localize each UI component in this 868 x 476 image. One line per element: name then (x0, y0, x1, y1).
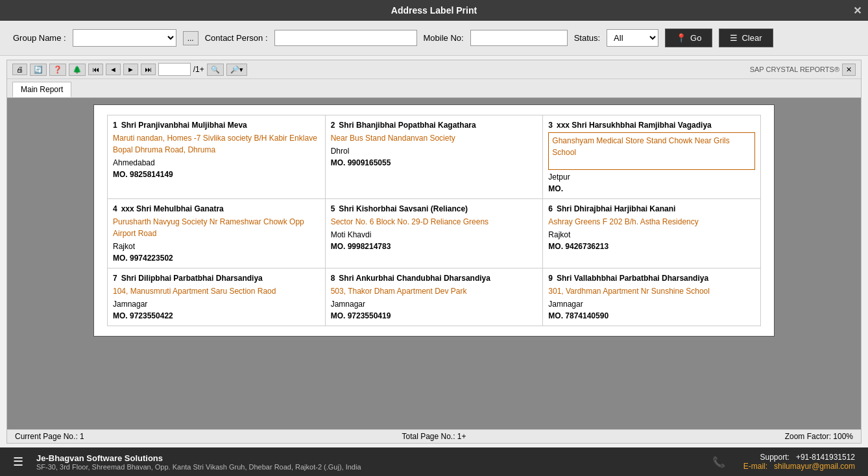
label-num-2: 2 (331, 121, 335, 130)
support-phone: +91-8141931512 (796, 453, 855, 462)
label-city-3: Jetpur (548, 173, 755, 182)
label-city-7: Jamnagar (113, 300, 320, 309)
label-address-5: Sector No. 6 Block No. 29-D Reliance Gre… (331, 216, 538, 228)
footer-support: Support: +91-8141931512 E-mail: shilumay… (743, 453, 855, 471)
label-num-9: 9 (548, 274, 553, 283)
crystal-close-button[interactable]: ✕ (842, 64, 856, 76)
clear-label: Clear (741, 33, 762, 43)
group-icon: 🌲 (73, 65, 82, 73)
label-city-6: Rajkot (548, 230, 755, 239)
crystal-toolbar: 🖨 🔄 ❓ 🌲 ⏮ ◄ ► ⏭ 1 /1+ 🔍 🔎▾ SAP CRYSTAL R… (7, 60, 861, 79)
zoom-icon: 🔎▾ (230, 65, 243, 73)
label-mobile-7: MO. 9723550422 (113, 311, 320, 320)
tab-bar: Main Report (7, 79, 861, 98)
next-page-button[interactable]: ► (123, 64, 138, 75)
label-num-1: 1 (113, 121, 117, 130)
current-page-status: Current Page No.: 1 (15, 432, 295, 441)
support-label: Support: (760, 453, 790, 462)
support-email-line: E-mail: shilumayur@gmail.com (743, 462, 855, 471)
label-mobile-2: MO. 9909165055 (331, 158, 538, 167)
label-name-3: xxx Shri Harsukhbhai Ramjibhai Vagadiya (557, 121, 712, 130)
page-of-label: /1+ (193, 65, 204, 74)
label-address-3: Ghanshyam Medical Store Stand Chowk Near… (552, 135, 751, 158)
go-button[interactable]: 📍 Go (665, 29, 712, 47)
zoom-factor-status: Zoom Factor: 100% (573, 432, 853, 441)
contact-person-label: Contact Person : (205, 33, 268, 43)
label-num-4: 4 (113, 204, 117, 213)
status-label: Status: (574, 33, 600, 43)
sap-crystal-label: SAP CRYSTAL REPORTS® (750, 65, 839, 73)
label-mobile-8: MO. 9723550419 (331, 311, 538, 320)
label-table: 1 Shri Pranjivanbhai Muljibhai Meva Maru… (107, 115, 761, 326)
table-row: 1 Shri Pranjivanbhai Muljibhai Meva Maru… (108, 115, 761, 199)
label-name-6: Shri Dhirajbhai Harjibhai Kanani (557, 204, 675, 213)
label-mobile-3: MO. (548, 184, 755, 193)
label-mobile-1: MO. 9825814149 (113, 170, 320, 179)
report-content[interactable]: 1 Shri Pranjivanbhai Muljibhai Meva Maru… (7, 98, 861, 429)
group-name-input[interactable] (73, 29, 176, 47)
refresh-icon: 🔄 (34, 65, 43, 73)
company-address: SF-30, 3rd Floor, Shreemad Bhavan, Opp. … (36, 463, 699, 471)
company-name: Je-Bhagvan Software Solutions (36, 453, 699, 463)
label-name-1: Shri Pranjivanbhai Muljibhai Meva (121, 121, 247, 130)
label-address-6: Ashray Greens F 202 B/h. Astha Residency (548, 216, 755, 228)
footer: ☰ Je-Bhagvan Software Solutions SF-30, 3… (0, 447, 868, 476)
app-title: Address Label Print (391, 5, 477, 16)
print-icon: 🖨 (16, 65, 23, 73)
label-name-7: Shri Dilipbhai Parbatbhai Dharsandiya (121, 274, 263, 283)
support-phone-line: Support: +91-8141931512 (743, 453, 855, 462)
footer-menu-icon[interactable]: ☰ (13, 455, 23, 469)
location-icon: 📍 (676, 33, 686, 43)
label-cell-5: 5 Shri Kishorbhai Savsani (Reliance) Sec… (325, 199, 543, 268)
refresh-button[interactable]: 🔄 (30, 64, 47, 76)
print-button[interactable]: 🖨 (12, 64, 27, 75)
mobile-no-input[interactable] (470, 30, 568, 46)
label-cell-7: 7 Shri Dilipbhai Parbatbhai Dharsandiya … (108, 268, 326, 326)
status-select[interactable]: All (607, 29, 658, 47)
table-row: 4 xxx Shri Mehulbhai Ganatra Purusharth … (108, 199, 761, 268)
binoculars-icon: 🔍 (211, 65, 220, 73)
go-label: Go (690, 33, 701, 43)
clear-button[interactable]: ☰ Clear (719, 29, 773, 47)
label-mobile-4: MO. 9974223502 (113, 254, 320, 263)
first-page-button[interactable]: ⏮ (88, 64, 103, 75)
group-tree-button[interactable]: 🌲 (69, 64, 86, 76)
zoom-button[interactable]: 🔎▾ (226, 64, 247, 76)
tree-icon: ❓ (53, 65, 62, 73)
label-address-1: Maruti nandan, Homes -7 Sivlika society … (113, 132, 320, 156)
label-mobile-5: MO. 9998214783 (331, 242, 538, 251)
tab-main-report[interactable]: Main Report (12, 82, 71, 97)
label-num-5: 5 (331, 204, 335, 213)
label-mobile-9: MO. 7874140590 (548, 311, 755, 320)
close-icon[interactable]: ✕ (853, 5, 862, 17)
toggle-tree-button[interactable]: ❓ (49, 64, 66, 76)
label-city-9: Jamnagar (548, 300, 755, 309)
label-num-3: 3 (548, 121, 553, 130)
table-row: 7 Shri Dilipbhai Parbatbhai Dharsandiya … (108, 268, 761, 326)
status-bar: Current Page No.: 1 Total Page No.: 1+ Z… (7, 429, 861, 443)
phone-icon: 📞 (712, 456, 725, 468)
email-label: E-mail: (743, 462, 767, 471)
label-mobile-6: MO. 9426736213 (548, 242, 755, 251)
page-input[interactable]: 1 (158, 63, 191, 76)
label-num-8: 8 (331, 274, 335, 283)
report-page: 1 Shri Pranjivanbhai Muljibhai Meva Maru… (93, 104, 775, 337)
label-name-5: Shri Kishorbhai Savsani (Reliance) (339, 204, 468, 213)
grid-icon: ☰ (730, 33, 738, 43)
total-page-status: Total Page No.: 1+ (295, 432, 574, 441)
label-num-6: 6 (548, 204, 553, 213)
mobile-no-label: Mobile No: (424, 33, 464, 43)
label-city-8: Jamnagar (331, 300, 538, 309)
contact-person-input[interactable] (274, 30, 417, 46)
last-page-button[interactable]: ⏭ (141, 64, 156, 75)
label-city-2: Dhrol (331, 147, 538, 156)
ellipsis-button[interactable]: ... (183, 31, 199, 45)
search-button[interactable]: 🔍 (207, 64, 224, 76)
label-address-7: 104, Manusmruti Apartment Saru Section R… (113, 285, 320, 297)
label-cell-9: 9 Shri Vallabhbhai Parbatbhai Dharsandiy… (543, 268, 761, 326)
label-name-4: xxx Shri Mehulbhai Ganatra (121, 204, 224, 213)
label-cell-4: 4 xxx Shri Mehulbhai Ganatra Purusharth … (108, 199, 326, 268)
email-value: shilumayur@gmail.com (774, 462, 855, 471)
prev-page-button[interactable]: ◄ (106, 64, 121, 75)
label-cell-2: 2 Shri Bhanjibhai Popatbhai Kagathara Ne… (325, 115, 543, 199)
